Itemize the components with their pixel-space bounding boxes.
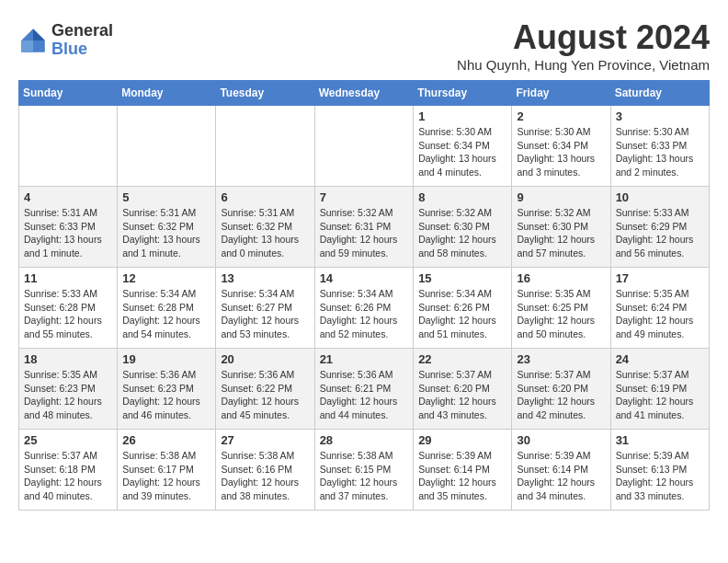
weekday-row: SundayMondayTuesdayWednesdayThursdayFrid…	[19, 81, 710, 106]
svg-marker-2	[21, 40, 33, 52]
calendar-cell: 3Sunrise: 5:30 AM Sunset: 6:33 PM Daylig…	[610, 106, 709, 187]
calendar-cell: 11Sunrise: 5:33 AM Sunset: 6:28 PM Dayli…	[19, 268, 118, 349]
day-content: Sunrise: 5:37 AM Sunset: 6:19 PM Dayligh…	[616, 368, 704, 422]
title-area: August 2024 Nhu Quynh, Hung Yen Province…	[457, 18, 710, 73]
day-content: Sunrise: 5:35 AM Sunset: 6:25 PM Dayligh…	[517, 287, 605, 341]
day-content: Sunrise: 5:37 AM Sunset: 6:20 PM Dayligh…	[418, 368, 506, 422]
weekday-header-saturday: Saturday	[610, 81, 709, 106]
calendar-week-2: 4Sunrise: 5:31 AM Sunset: 6:33 PM Daylig…	[19, 187, 710, 268]
weekday-header-wednesday: Wednesday	[314, 81, 414, 106]
calendar-cell: 13Sunrise: 5:34 AM Sunset: 6:27 PM Dayli…	[216, 268, 314, 349]
calendar-header: SundayMondayTuesdayWednesdayThursdayFrid…	[19, 81, 710, 106]
weekday-header-thursday: Thursday	[414, 81, 512, 106]
calendar-cell: 31Sunrise: 5:39 AM Sunset: 6:13 PM Dayli…	[610, 430, 709, 511]
day-number: 17	[616, 271, 704, 285]
calendar-cell: 6Sunrise: 5:31 AM Sunset: 6:32 PM Daylig…	[216, 187, 314, 268]
day-number: 30	[517, 433, 605, 447]
day-number: 6	[221, 190, 309, 204]
day-number: 15	[418, 271, 506, 285]
weekday-header-friday: Friday	[512, 81, 610, 106]
day-content: Sunrise: 5:34 AM Sunset: 6:27 PM Dayligh…	[221, 287, 309, 341]
header: General Blue August 2024 Nhu Quynh, Hung…	[18, 18, 710, 73]
calendar-cell	[216, 106, 314, 187]
day-number: 22	[418, 352, 506, 366]
calendar-cell: 8Sunrise: 5:32 AM Sunset: 6:30 PM Daylig…	[414, 187, 512, 268]
day-content: Sunrise: 5:36 AM Sunset: 6:21 PM Dayligh…	[320, 368, 409, 422]
weekday-header-sunday: Sunday	[19, 81, 118, 106]
day-number: 11	[24, 271, 112, 285]
day-number: 12	[122, 271, 210, 285]
day-number: 5	[122, 190, 210, 204]
logo-text: General Blue	[51, 22, 113, 59]
calendar: SundayMondayTuesdayWednesdayThursdayFrid…	[18, 80, 710, 511]
calendar-cell: 7Sunrise: 5:32 AM Sunset: 6:31 PM Daylig…	[314, 187, 414, 268]
day-number: 2	[517, 109, 605, 123]
calendar-cell: 5Sunrise: 5:31 AM Sunset: 6:32 PM Daylig…	[118, 187, 216, 268]
calendar-cell: 24Sunrise: 5:37 AM Sunset: 6:19 PM Dayli…	[610, 349, 709, 430]
calendar-cell	[314, 106, 414, 187]
weekday-header-monday: Monday	[118, 81, 216, 106]
day-content: Sunrise: 5:34 AM Sunset: 6:26 PM Dayligh…	[320, 287, 409, 341]
day-content: Sunrise: 5:32 AM Sunset: 6:30 PM Dayligh…	[418, 206, 506, 260]
day-content: Sunrise: 5:30 AM Sunset: 6:34 PM Dayligh…	[418, 125, 506, 179]
month-year: August 2024	[457, 18, 710, 57]
calendar-cell	[19, 106, 118, 187]
day-content: Sunrise: 5:35 AM Sunset: 6:24 PM Dayligh…	[616, 287, 704, 341]
day-number: 20	[221, 352, 309, 366]
day-content: Sunrise: 5:33 AM Sunset: 6:29 PM Dayligh…	[616, 206, 704, 260]
day-content: Sunrise: 5:38 AM Sunset: 6:16 PM Dayligh…	[221, 449, 309, 503]
calendar-cell: 16Sunrise: 5:35 AM Sunset: 6:25 PM Dayli…	[512, 268, 610, 349]
calendar-cell: 29Sunrise: 5:39 AM Sunset: 6:14 PM Dayli…	[414, 430, 512, 511]
day-content: Sunrise: 5:39 AM Sunset: 6:13 PM Dayligh…	[616, 449, 704, 503]
day-content: Sunrise: 5:37 AM Sunset: 6:20 PM Dayligh…	[517, 368, 605, 422]
day-number: 3	[616, 109, 704, 123]
day-number: 28	[320, 433, 409, 447]
logo: General Blue	[18, 22, 113, 59]
calendar-cell: 15Sunrise: 5:34 AM Sunset: 6:26 PM Dayli…	[414, 268, 512, 349]
calendar-cell: 17Sunrise: 5:35 AM Sunset: 6:24 PM Dayli…	[610, 268, 709, 349]
day-number: 25	[24, 433, 112, 447]
day-content: Sunrise: 5:34 AM Sunset: 6:28 PM Dayligh…	[122, 287, 210, 341]
day-content: Sunrise: 5:37 AM Sunset: 6:18 PM Dayligh…	[24, 449, 112, 503]
day-number: 10	[616, 190, 704, 204]
day-content: Sunrise: 5:36 AM Sunset: 6:23 PM Dayligh…	[122, 368, 210, 422]
day-number: 13	[221, 271, 309, 285]
day-number: 16	[517, 271, 605, 285]
day-content: Sunrise: 5:31 AM Sunset: 6:32 PM Dayligh…	[221, 206, 309, 260]
day-content: Sunrise: 5:38 AM Sunset: 6:17 PM Dayligh…	[122, 449, 210, 503]
calendar-week-4: 18Sunrise: 5:35 AM Sunset: 6:23 PM Dayli…	[19, 349, 710, 430]
day-content: Sunrise: 5:39 AM Sunset: 6:14 PM Dayligh…	[517, 449, 605, 503]
calendar-week-5: 25Sunrise: 5:37 AM Sunset: 6:18 PM Dayli…	[19, 430, 710, 511]
day-number: 4	[24, 190, 112, 204]
day-content: Sunrise: 5:36 AM Sunset: 6:22 PM Dayligh…	[221, 368, 309, 422]
day-number: 21	[320, 352, 409, 366]
day-number: 29	[418, 433, 506, 447]
calendar-cell	[118, 106, 216, 187]
calendar-cell: 10Sunrise: 5:33 AM Sunset: 6:29 PM Dayli…	[610, 187, 709, 268]
day-content: Sunrise: 5:34 AM Sunset: 6:26 PM Dayligh…	[418, 287, 506, 341]
svg-marker-1	[33, 29, 45, 40]
day-content: Sunrise: 5:35 AM Sunset: 6:23 PM Dayligh…	[24, 368, 112, 422]
calendar-cell: 4Sunrise: 5:31 AM Sunset: 6:33 PM Daylig…	[19, 187, 118, 268]
day-content: Sunrise: 5:30 AM Sunset: 6:33 PM Dayligh…	[616, 125, 704, 179]
day-content: Sunrise: 5:33 AM Sunset: 6:28 PM Dayligh…	[24, 287, 112, 341]
day-content: Sunrise: 5:32 AM Sunset: 6:31 PM Dayligh…	[320, 206, 409, 260]
day-number: 19	[122, 352, 210, 366]
day-content: Sunrise: 5:39 AM Sunset: 6:14 PM Dayligh…	[418, 449, 506, 503]
calendar-cell: 28Sunrise: 5:38 AM Sunset: 6:15 PM Dayli…	[314, 430, 414, 511]
calendar-cell: 19Sunrise: 5:36 AM Sunset: 6:23 PM Dayli…	[118, 349, 216, 430]
day-number: 31	[616, 433, 704, 447]
location: Nhu Quynh, Hung Yen Province, Vietnam	[457, 57, 710, 73]
calendar-week-1: 1Sunrise: 5:30 AM Sunset: 6:34 PM Daylig…	[19, 106, 710, 187]
day-content: Sunrise: 5:31 AM Sunset: 6:33 PM Dayligh…	[24, 206, 112, 260]
day-number: 24	[616, 352, 704, 366]
day-content: Sunrise: 5:32 AM Sunset: 6:30 PM Dayligh…	[517, 206, 605, 260]
day-number: 27	[221, 433, 309, 447]
day-number: 14	[320, 271, 409, 285]
day-content: Sunrise: 5:30 AM Sunset: 6:34 PM Dayligh…	[517, 125, 605, 179]
logo-icon	[18, 26, 48, 55]
calendar-cell: 1Sunrise: 5:30 AM Sunset: 6:34 PM Daylig…	[414, 106, 512, 187]
calendar-week-3: 11Sunrise: 5:33 AM Sunset: 6:28 PM Dayli…	[19, 268, 710, 349]
day-number: 1	[418, 109, 506, 123]
calendar-cell: 23Sunrise: 5:37 AM Sunset: 6:20 PM Dayli…	[512, 349, 610, 430]
